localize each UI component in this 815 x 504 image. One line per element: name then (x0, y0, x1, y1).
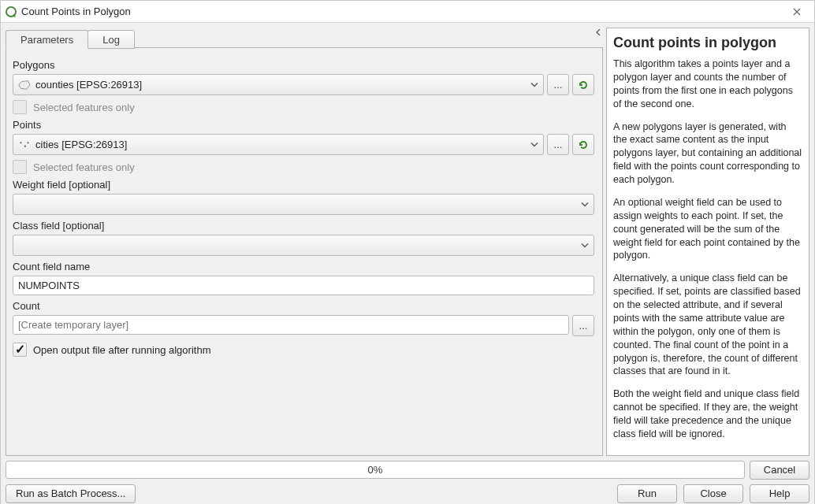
count-field-name-input[interactable] (13, 276, 594, 295)
tab-parameters[interactable]: Parameters (6, 30, 88, 49)
chevron-left-icon (595, 29, 601, 35)
close-icon (793, 8, 801, 16)
dialog-window: Count Points in Polygon Parameters Log (0, 0, 815, 504)
class-field-select[interactable] (13, 235, 594, 256)
chevron-down-icon (530, 139, 538, 150)
polygons-selected-only-label: Selected features only (33, 102, 135, 113)
chevron-down-icon (581, 239, 589, 251)
main-row: Parameters Log Polygons (6, 28, 809, 456)
panel-collapse-handle[interactable] (595, 29, 603, 48)
help-title: Count points in polygon (613, 35, 802, 51)
help-paragraph: Alternatively, a unique class field can … (613, 272, 802, 378)
points-iterate-button[interactable] (572, 134, 594, 155)
polygons-label: Polygons (13, 59, 594, 71)
window-title: Count Points in Polygon (21, 6, 131, 17)
chevron-down-icon (581, 198, 589, 210)
points-label: Points (13, 119, 594, 131)
polygons-iterate-button[interactable] (572, 74, 594, 95)
polygons-browse-button[interactable]: ... (547, 74, 569, 95)
tabstrip: Parameters Log (6, 29, 603, 48)
count-output-browse-button[interactable]: ... (572, 315, 594, 336)
svg-point-0 (20, 142, 21, 143)
checkmark-icon: ✓ (15, 343, 25, 356)
weight-field-label: Weight field [optional] (13, 179, 594, 191)
tab-parameters-label: Parameters (20, 34, 73, 46)
footer: 0% Cancel Run as Batch Process... Run Cl… (6, 461, 809, 503)
open-output-label: Open output file after running algorithm (33, 344, 210, 356)
ellipsis-icon: ... (554, 79, 563, 91)
points-selected-only-checkbox[interactable] (13, 160, 27, 174)
iterate-icon (577, 79, 590, 91)
class-field-label: Class field [optional] (13, 220, 594, 232)
run-button[interactable]: Run (617, 484, 677, 503)
points-layer-value: cities [EPSG:26913] (35, 139, 127, 150)
tab-log-label: Log (102, 34, 120, 46)
help-paragraph: Both the weight field and unique class f… (613, 387, 802, 441)
ellipsis-icon: ... (579, 320, 588, 332)
help-paragraph: This algorithm takes a points layer and … (613, 57, 802, 111)
progress-text: 0% (368, 464, 383, 476)
close-button[interactable]: Close (683, 484, 743, 503)
cancel-button[interactable]: Cancel (750, 461, 809, 480)
weight-field-select[interactable] (13, 194, 594, 215)
help-button[interactable]: Help (750, 484, 809, 503)
ellipsis-icon: ... (554, 139, 563, 150)
progress-bar: 0% (6, 461, 745, 479)
titlebar: Count Points in Polygon (1, 1, 814, 23)
polygons-layer-value: counties [EPSG:26913] (35, 79, 142, 91)
help-paragraph: A new polygons layer is generated, with … (613, 120, 802, 187)
polygons-layer-select[interactable]: counties [EPSG:26913] (13, 74, 544, 95)
parameters-panel: Polygons counties [EPSG:26913] ... (6, 48, 603, 456)
point-layer-icon (18, 139, 31, 150)
polygon-layer-icon (18, 80, 31, 91)
open-output-checkbox[interactable]: ✓ (13, 343, 27, 357)
points-selected-only-label: Selected features only (33, 161, 135, 173)
qgis-icon (6, 6, 17, 17)
count-output-input[interactable] (13, 315, 569, 335)
polygons-selected-only-checkbox[interactable] (13, 100, 27, 114)
svg-point-2 (27, 142, 28, 143)
run-batch-button[interactable]: Run as Batch Process... (6, 484, 136, 503)
window-close-button[interactable] (779, 1, 814, 23)
points-browse-button[interactable]: ... (547, 134, 569, 155)
left-panel: Parameters Log Polygons (6, 28, 603, 456)
tab-log[interactable]: Log (87, 30, 135, 49)
help-panel: Count points in polygon This algorithm t… (606, 28, 809, 456)
dialog-body: Parameters Log Polygons (1, 23, 814, 504)
iterate-icon (577, 139, 590, 151)
points-layer-select[interactable]: cities [EPSG:26913] (13, 134, 544, 155)
count-field-name-label: Count field name (13, 261, 594, 272)
svg-point-1 (24, 145, 26, 146)
count-output-label: Count (13, 300, 594, 312)
chevron-down-icon (530, 79, 538, 91)
help-paragraph: An optional weight field can be used to … (613, 196, 802, 262)
